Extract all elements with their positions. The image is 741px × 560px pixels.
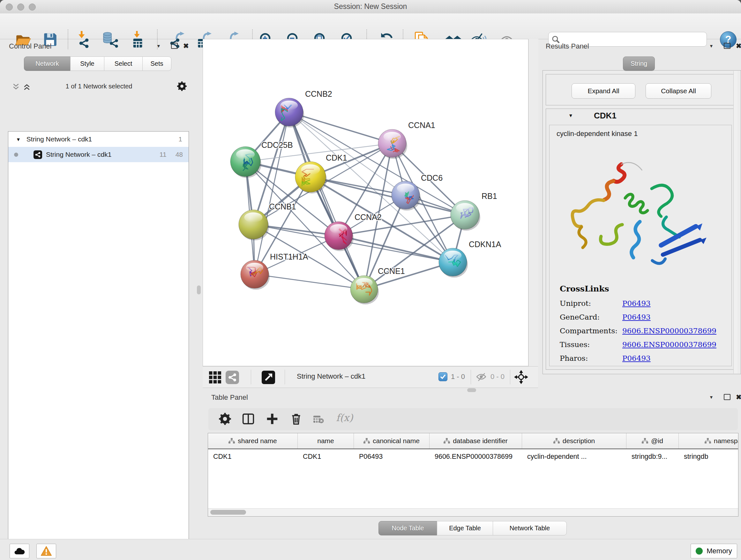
column-header-label: namespace: [714, 437, 738, 445]
table-header-row: shared namenamecanonical namedatabase id…: [208, 433, 738, 449]
graph-node-CDKN1A[interactable]: [439, 248, 468, 277]
tab-network[interactable]: Network: [24, 57, 71, 71]
network-collection-row[interactable]: ▼ String Network – cdk1 1: [8, 132, 189, 147]
column-header-label: canonical name: [373, 437, 420, 445]
network-row-selected[interactable]: String Network – cdk1 11 48: [8, 147, 189, 162]
graph-node-label-CDC6: CDC6: [421, 173, 443, 182]
graph-node-RB1[interactable]: [451, 200, 480, 231]
column-header-canonical-name[interactable]: canonical name: [354, 433, 429, 449]
graph-edge-CCNA2-CDKN1A[interactable]: [339, 236, 453, 262]
column-grouping-icon: [444, 438, 450, 444]
column-grouping-icon: [642, 438, 648, 444]
graph-edge-CCNB2-HIST1H1A[interactable]: [255, 112, 289, 274]
string-network-badge-icon: [33, 150, 42, 159]
network-selection-status: 1 of 1 Network selected: [32, 83, 166, 90]
tab-select[interactable]: Select: [104, 57, 143, 71]
results-scrollbar[interactable]: [733, 71, 738, 374]
graph-node-CCNA1[interactable]: [378, 129, 407, 159]
control-panel-float-icon[interactable]: [171, 43, 178, 49]
network-graph[interactable]: CCNB2CCNA1CDC25BCDK1CDC6RB1CCNB1CCNA2CDK…: [203, 39, 528, 366]
footer-separator: [285, 370, 285, 384]
graph-edge-HIST1H1A-CCNE1[interactable]: [255, 274, 364, 289]
graph-node-label-CDK1: CDK1: [326, 153, 347, 162]
graph-node-CCNA2[interactable]: [325, 222, 354, 251]
cell-name[interactable]: CDK1: [298, 449, 354, 464]
cell-database-identifier[interactable]: 9606.ENSP00000378699: [429, 449, 522, 464]
tree-expander-icon[interactable]: ▼: [16, 137, 21, 142]
graph-node-CDC25B[interactable]: [230, 146, 261, 178]
tab-network-table[interactable]: Network Table: [493, 521, 567, 536]
tab-node-table[interactable]: Node Table: [379, 521, 437, 536]
results-panel-float-icon[interactable]: [724, 43, 731, 49]
cell--id[interactable]: stringdb:9...: [626, 449, 679, 464]
tab-style[interactable]: Style: [70, 57, 105, 71]
collapse-all-chevron-icon[interactable]: [12, 83, 20, 91]
network-view-share-icon[interactable]: [226, 371, 239, 384]
crosslink-link[interactable]: 9606.ENSP00000378699: [622, 340, 717, 349]
left-splitter-handle[interactable]: [197, 286, 201, 294]
graph-edge-CCNB2-CCNA1[interactable]: [289, 112, 392, 143]
results-panel-close-icon[interactable]: ✖: [736, 44, 741, 48]
crosslink-row: Compartments: 9606.ENSP00000378699: [560, 327, 726, 335]
collection-label: String Network – cdk1: [26, 135, 92, 143]
crosslink-row: Tissues: 9606.ENSP00000378699: [560, 340, 726, 349]
node-table: shared namenamecanonical namedatabase id…: [208, 433, 738, 516]
table-horizontal-scrollbar[interactable]: [208, 508, 738, 516]
birds-eye-view-icon[interactable]: [262, 371, 275, 384]
graph-node-CDC6[interactable]: [392, 181, 421, 210]
fit-selected-crosshair-icon[interactable]: [514, 370, 528, 384]
cell-shared-name[interactable]: CDK1: [208, 449, 298, 464]
column-header-namespace[interactable]: namespace: [679, 433, 738, 449]
collapse-all-button[interactable]: Collapse All: [646, 83, 711, 99]
show-columns-icon[interactable]: [242, 413, 255, 425]
warnings-button[interactable]: [37, 544, 56, 558]
graph-node-CDK1[interactable]: [295, 162, 327, 193]
grid-view-icon[interactable]: [209, 371, 221, 383]
cell-description[interactable]: cyclin-dependent ...: [522, 449, 626, 464]
function-builder-icon[interactable]: f(x): [336, 412, 353, 423]
cell-namespace[interactable]: stringdb: [679, 449, 738, 464]
column-header--id[interactable]: @id: [626, 433, 679, 449]
table-panel-close-icon[interactable]: ✖: [736, 395, 741, 399]
control-panel-menu-caret-icon[interactable]: ▼: [156, 44, 161, 49]
column-header-database-identifier[interactable]: database identifier: [429, 433, 522, 449]
crosslink-link[interactable]: P06493: [622, 354, 651, 362]
table-panel-float-icon[interactable]: [724, 394, 731, 400]
crosslink-label: Uniprot:: [560, 299, 622, 307]
control-panel-close-icon[interactable]: ✖: [183, 44, 189, 48]
table-options-gear-icon[interactable]: [219, 413, 231, 425]
network-scroll-strip[interactable]: [529, 39, 538, 366]
scrollbar-thumb[interactable]: [210, 510, 246, 515]
column-header-name[interactable]: name: [298, 433, 354, 449]
graph-node-CCNE1[interactable]: [350, 275, 379, 305]
entry-expander-icon[interactable]: ▼: [568, 113, 573, 118]
graph-node-HIST1H1A[interactable]: [241, 260, 270, 290]
memory-status-dot-icon: [696, 548, 703, 555]
crosslink-link[interactable]: P06493: [622, 299, 651, 307]
delete-column-trash-icon[interactable]: [290, 413, 302, 425]
network-options-gear-icon[interactable]: [177, 81, 187, 91]
expand-all-button[interactable]: Expand All: [571, 83, 635, 99]
column-header-shared-name[interactable]: shared name: [208, 433, 298, 449]
expand-all-chevron-icon[interactable]: [23, 83, 30, 91]
cloud-status-button[interactable]: [10, 544, 29, 558]
table-panel-menu-caret-icon[interactable]: ▼: [709, 395, 714, 400]
network-canvas[interactable]: CCNB2CCNA1CDC25BCDK1CDC6RB1CCNB1CCNA2CDK…: [203, 39, 529, 366]
crosslink-link[interactable]: P06493: [622, 313, 651, 321]
memory-button[interactable]: Memory: [690, 544, 737, 558]
add-column-icon[interactable]: [266, 413, 279, 425]
crosslink-link[interactable]: 9606.ENSP00000378699: [622, 327, 717, 335]
tab-sets[interactable]: Sets: [142, 57, 172, 71]
column-grouping-icon: [553, 438, 560, 444]
cell-canonical-name[interactable]: P06493: [354, 449, 429, 464]
column-header-description[interactable]: description: [522, 433, 626, 449]
tab-string[interactable]: String: [623, 57, 655, 71]
crosslinks-title: CrossLinks: [560, 284, 726, 294]
delete-table-icon[interactable]: [313, 415, 324, 423]
graph-edges: [246, 112, 465, 289]
bottom-splitter-handle[interactable]: [467, 388, 476, 392]
tab-edge-table[interactable]: Edge Table: [437, 521, 493, 536]
table-row[interactable]: CDK1CDK1P064939606.ENSP00000378699cyclin…: [208, 449, 738, 464]
selected-checkbox-icon[interactable]: [439, 372, 448, 381]
results-panel-menu-caret-icon[interactable]: ▼: [709, 44, 714, 49]
